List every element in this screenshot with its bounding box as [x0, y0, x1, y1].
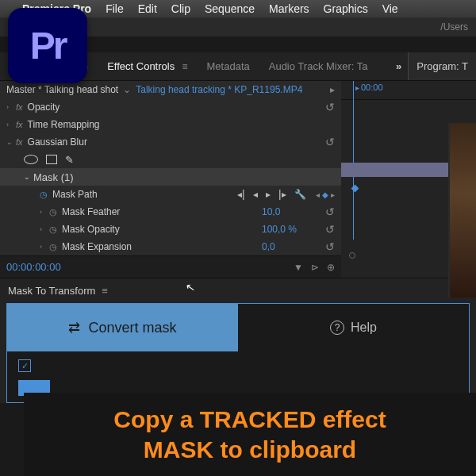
playhead-time[interactable]: 00:00	[355, 83, 383, 92]
mask-item[interactable]: ⌄ Mask (1)	[0, 168, 341, 186]
playhead-line[interactable]	[353, 81, 354, 240]
track-fwd-icon[interactable]: ▸	[266, 189, 271, 200]
stopwatch-icon[interactable]: ◷	[49, 207, 57, 217]
help-button[interactable]: ? Help	[238, 304, 469, 351]
track-back-one-icon[interactable]: ◂ǀ	[237, 189, 245, 200]
wrench-icon[interactable]: 🔧	[294, 189, 306, 200]
twirl-icon[interactable]: ›	[40, 208, 49, 216]
help-icon: ?	[330, 321, 344, 335]
tab-metadata[interactable]: Metadata	[207, 60, 250, 72]
clip-header: Master * Talking head shot ⌄ Talking hea…	[0, 81, 341, 98]
keyframe-nav[interactable]: ◂ ◆ ▸	[316, 190, 335, 199]
twirl-icon[interactable]: ›	[40, 243, 49, 251]
overflow-icon[interactable]: »	[390, 60, 408, 72]
value-mask-feather[interactable]: 10,0	[262, 206, 325, 217]
pen-mask-icon[interactable]: ✎	[65, 154, 74, 166]
snap-icon[interactable]: ⊳	[311, 262, 319, 273]
menu-markers[interactable]: Markers	[269, 2, 309, 15]
panel-menu-icon[interactable]: ≡	[102, 285, 108, 297]
prop-mask-opacity[interactable]: › ◷ Mask Opacity 100,0 % ↺	[0, 221, 341, 238]
timecode-display[interactable]: 00:00:00:00 ▼ ⊳ ⊕	[0, 255, 341, 278]
twirl-icon[interactable]: ›	[6, 121, 16, 129]
stopwatch-icon[interactable]: ◷	[40, 190, 48, 200]
reset-icon[interactable]: ↺	[325, 240, 335, 253]
menu-sequence[interactable]: Sequence	[205, 2, 255, 15]
tab-effect-controls[interactable]: Effect Controls ≡	[107, 60, 187, 72]
value-mask-opacity[interactable]: 100,0 %	[262, 224, 325, 235]
prop-mask-expansion[interactable]: › ◷ Mask Expansion 0,0 ↺	[0, 238, 341, 255]
mask-tracking-controls: ◂ǀ ◂ ▸ ǀ▸ 🔧	[237, 189, 306, 200]
option-checkbox[interactable]: ✓	[18, 359, 31, 372]
mask-to-transform-panel: Mask To Transform ≡ ⇄ Convert mask ? Hel…	[0, 278, 476, 403]
mouse-cursor: ↖	[185, 280, 197, 294]
program-monitor-preview	[448, 123, 476, 298]
fx-badge: fx	[16, 102, 23, 112]
panel-title: Mask To Transform	[8, 285, 95, 297]
reset-icon[interactable]: ↺	[325, 136, 335, 148]
menu-edit[interactable]: Edit	[138, 2, 157, 15]
stopwatch-icon[interactable]: ◷	[49, 242, 57, 252]
track-fwd-one-icon[interactable]: ǀ▸	[278, 189, 286, 200]
twirl-icon[interactable]: ›	[6, 103, 16, 111]
prop-mask-path[interactable]: ◷ Mask Path ◂ǀ ◂ ▸ ǀ▸ 🔧 ◂ ◆ ▸	[0, 186, 341, 203]
effect-time-remapping[interactable]: › fx Time Remapping	[0, 116, 341, 133]
document-path: /Users	[440, 21, 468, 33]
chevron-down-icon[interactable]: ⌄	[123, 84, 131, 95]
effect-controls-panel: Master * Talking head shot ⌄ Talking hea…	[0, 81, 476, 278]
rect-mask-icon[interactable]	[46, 155, 57, 164]
menu-graphics[interactable]: Graphics	[324, 2, 368, 15]
value-mask-expansion[interactable]: 0,0	[262, 241, 325, 252]
reset-icon[interactable]: ↺	[325, 101, 335, 113]
master-clip-name[interactable]: Master * Talking head shot	[6, 84, 118, 95]
menu-view[interactable]: Vie	[382, 2, 398, 15]
reset-icon[interactable]: ↺	[325, 223, 335, 236]
filter-icon[interactable]: ▼	[294, 262, 303, 273]
panel-menu-icon[interactable]: ≡	[179, 61, 187, 72]
ellipse-mask-icon[interactable]	[24, 155, 38, 164]
mask-shape-tools: ✎	[0, 151, 341, 168]
sequence-clip-name[interactable]: Talking head tracking * KP_R1195.MP4	[136, 84, 302, 95]
twirl-icon[interactable]: ›	[40, 225, 49, 233]
play-icon[interactable]: ▸	[330, 84, 335, 95]
twirl-open-icon[interactable]: ⌄	[24, 173, 33, 181]
twirl-open-icon[interactable]: ⌄	[6, 138, 16, 146]
convert-icon: ⇄	[68, 319, 80, 336]
prop-mask-feather[interactable]: › ◷ Mask Feather 10,0 ↺	[0, 203, 341, 221]
convert-mask-button[interactable]: ⇄ Convert mask	[7, 304, 238, 351]
premiere-app-icon: Pr	[8, 8, 87, 83]
effect-gaussian-blur[interactable]: ⌄ fx Gaussian Blur ↺	[0, 133, 341, 151]
reset-icon[interactable]: ↺	[325, 205, 335, 218]
tab-audio-mixer[interactable]: Audio Track Mixer: Ta	[269, 60, 368, 72]
tutorial-caption: Copy a TRACKED effect MASK to clipboard	[24, 393, 476, 476]
track-back-icon[interactable]: ◂	[253, 189, 258, 200]
fx-badge: fx	[16, 120, 23, 129]
fx-badge: fx	[16, 137, 23, 147]
zoom-icon[interactable]: ⊕	[327, 262, 335, 273]
effect-opacity[interactable]: › fx Opacity ↺	[0, 98, 341, 116]
menu-clip[interactable]: Clip	[171, 2, 190, 15]
tab-program[interactable]: Program: T	[408, 52, 476, 80]
stopwatch-icon[interactable]: ◷	[49, 225, 57, 235]
menu-file[interactable]: File	[106, 2, 124, 15]
